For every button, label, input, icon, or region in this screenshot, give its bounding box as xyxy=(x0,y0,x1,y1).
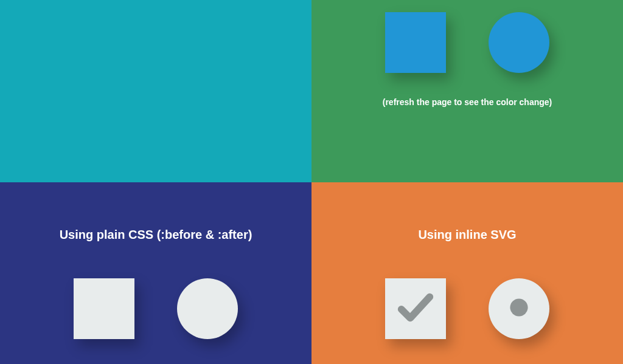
radio-svg[interactable] xyxy=(489,278,549,339)
checkbox-svg[interactable] xyxy=(385,278,446,339)
square-shape[interactable] xyxy=(385,12,446,73)
panel-heading: Using inline SVG xyxy=(418,228,516,242)
dot-icon xyxy=(498,286,540,331)
panel-grid: (refresh the page to see the color chang… xyxy=(0,0,623,364)
shape-row xyxy=(74,278,238,339)
check-icon xyxy=(394,286,437,331)
radio-css[interactable] xyxy=(177,278,238,339)
checkbox-css[interactable] xyxy=(74,278,134,339)
panel-heading: Using plain CSS (:before & :after) xyxy=(60,228,252,242)
circle-shape[interactable] xyxy=(489,12,549,73)
panel-bottom-right: Using inline SVG xyxy=(312,182,623,364)
panel-top-right: (refresh the page to see the color chang… xyxy=(312,0,623,182)
refresh-hint: (refresh the page to see the color chang… xyxy=(383,97,552,107)
shape-row xyxy=(385,12,549,73)
shape-row xyxy=(385,278,549,339)
svg-point-0 xyxy=(510,298,527,316)
panel-bottom-left: Using plain CSS (:before & :after) xyxy=(0,182,312,364)
panel-top-left xyxy=(0,0,312,182)
